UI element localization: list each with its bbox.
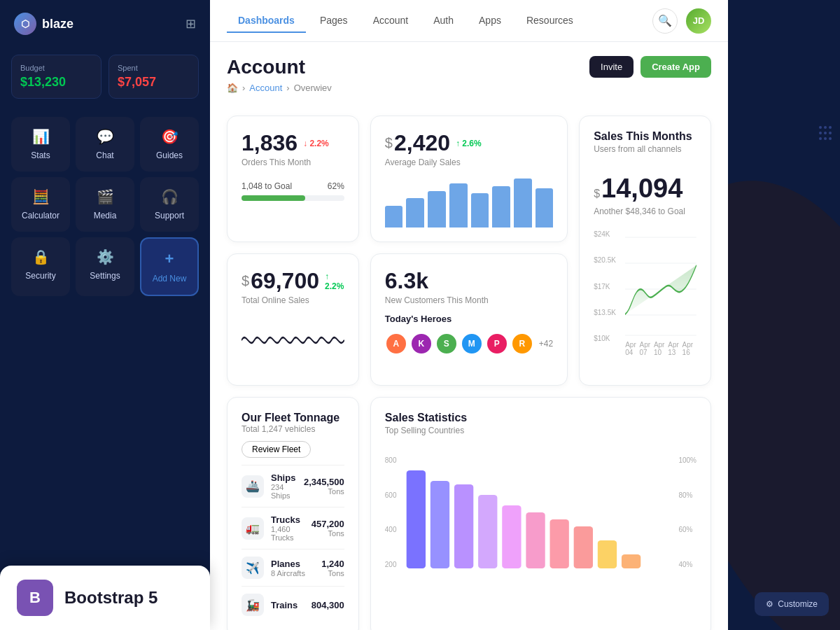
bootstrap-icon: B — [17, 580, 53, 616]
hero-avatar-5: P — [486, 332, 508, 355]
bar-3 — [428, 191, 446, 228]
nav-apps[interactable]: Apps — [468, 9, 512, 33]
trucks-info: Trucks 1,460 Trucks — [271, 514, 312, 542]
user-avatar[interactable]: JD — [686, 8, 711, 34]
trains-icon: 🚂 — [241, 594, 264, 616]
customize-button[interactable]: ⚙ Customize — [755, 592, 829, 616]
fleet-item-trucks: 🚛 Trucks 1,460 Trucks 457,200 Tons — [241, 507, 344, 549]
bar-1 — [385, 206, 403, 228]
orders-value: 1,836 — [241, 130, 298, 156]
chat-icon: 💬 — [97, 128, 114, 145]
daily-sales-value: 2,420 — [394, 130, 450, 156]
daily-sales-row: $ 2,420 ↑ 2.6% — [385, 130, 553, 156]
ships-value: 2,345,500 Tons — [304, 477, 344, 496]
breadcrumb-account[interactable]: Account — [249, 83, 282, 93]
planes-info: Planes 8 Aircrafts — [271, 559, 305, 578]
svg-rect-11 — [550, 519, 568, 568]
goal-label: 1,048 to Goal — [241, 181, 292, 191]
svg-rect-10 — [526, 512, 545, 568]
planes-value: 1,240 Tons — [321, 559, 344, 578]
panel-dots — [819, 126, 832, 140]
spent-label: Spent — [118, 64, 190, 72]
media-label: Media — [94, 211, 117, 220]
security-label: Security — [25, 271, 55, 281]
media-icon: 🎬 — [97, 188, 114, 205]
stats-svg — [402, 456, 673, 568]
chart-x-labels: Apr 04 Apr 07 Apr 10 Apr 13 Apr 16 — [625, 341, 696, 356]
sales-month-subtitle: Users from all channels — [594, 144, 696, 154]
header-row: Account 🏠 › Account › Overwiev Invite Cr… — [227, 56, 711, 104]
breadcrumb-current: Overwiev — [294, 83, 332, 93]
svg-rect-13 — [597, 540, 616, 568]
trucks-value: 457,200 Tons — [312, 519, 344, 538]
review-fleet-button[interactable]: Review Fleet — [241, 441, 311, 458]
daily-sales-label: Average Daily Sales — [385, 158, 553, 167]
nav-auth[interactable]: Auth — [422, 9, 465, 33]
top-nav-right: 🔍 JD — [652, 8, 711, 34]
nav-dashboards[interactable]: Dashboards — [227, 9, 306, 33]
online-sales-change: ↑ 2.2% — [325, 272, 344, 291]
fleet-item-ships: 🚢 Ships 234 Ships 2,345,500 Tons — [241, 465, 344, 507]
bar-2 — [406, 198, 424, 227]
progress-fill — [241, 195, 305, 201]
svg-rect-5 — [406, 470, 425, 568]
nav-resources[interactable]: Resources — [515, 9, 584, 33]
heroes-title: Today's Heroes — [385, 314, 553, 324]
customers-value: 6.3k — [385, 268, 553, 294]
orders-label: Orders This Month — [241, 158, 344, 167]
hero-count: +42 — [539, 339, 553, 349]
nav-grid: 📊 Stats 💬 Chat 🎯 Guides 🧮 Calculator 🎬 M… — [0, 111, 210, 302]
bar-7 — [514, 178, 532, 227]
sidebar-item-stats[interactable]: 📊 Stats — [11, 117, 70, 172]
sales-month-value: 14,094 — [601, 174, 682, 204]
sidebar-item-support[interactable]: 🎧 Support — [140, 177, 199, 232]
nav-pages[interactable]: Pages — [309, 9, 359, 33]
chart-area — [625, 230, 696, 342]
budget-card: Budget $13,230 — [11, 55, 102, 99]
hero-avatar-2: K — [410, 332, 433, 355]
nav-account[interactable]: Account — [362, 9, 420, 33]
budget-value: $13,230 — [20, 75, 92, 90]
budget-label: Budget — [20, 64, 92, 72]
orders-change: ↓ 2.2% — [303, 139, 329, 148]
orders-progress: 1,048 to Goal 62% — [241, 181, 344, 201]
create-app-button[interactable]: Create App — [640, 56, 711, 78]
menu-icon[interactable]: ⊞ — [186, 16, 196, 31]
trucks-icon: 🚛 — [241, 517, 264, 540]
sidebar-item-calculator[interactable]: 🧮 Calculator — [11, 177, 70, 232]
breadcrumb: 🏠 › Account › Overwiev — [227, 83, 332, 93]
orders-metric-row: 1,836 ↓ 2.2% — [241, 130, 344, 156]
sidebar-item-add-new[interactable]: + Add New — [140, 237, 199, 296]
sidebar-item-media[interactable]: 🎬 Media — [76, 177, 134, 232]
daily-sales-change: ↑ 2.6% — [456, 139, 482, 148]
sidebar-item-guides[interactable]: 🎯 Guides — [140, 117, 199, 172]
stats-bar-area — [402, 456, 673, 568]
hero-avatar-3: S — [435, 332, 458, 355]
search-button[interactable]: 🔍 — [652, 8, 678, 34]
settings-label: Settings — [90, 271, 120, 281]
invite-button[interactable]: Invite — [589, 56, 634, 78]
daily-sales-chart — [385, 178, 553, 227]
dark-blob — [728, 152, 840, 630]
guides-icon: 🎯 — [161, 128, 178, 145]
fleet-item-planes: ✈️ Planes 8 Aircrafts 1,240 Tons — [241, 549, 344, 586]
ships-info: Ships 234 Ships — [271, 472, 304, 500]
settings-icon: ⚙️ — [97, 248, 114, 265]
calculator-label: Calculator — [22, 211, 59, 220]
spent-card: Spent $7,057 — [108, 55, 199, 99]
bootstrap-label: Bootstrap 5 — [64, 588, 158, 608]
add-new-label: Add New — [153, 274, 187, 284]
svg-rect-9 — [502, 505, 521, 568]
wave-chart — [241, 312, 344, 368]
online-sales-label: Total Online Sales — [241, 295, 344, 305]
sidebar-item-chat[interactable]: 💬 Chat — [76, 117, 134, 172]
fleet-subtitle: Total 1,247 vehicles — [241, 424, 344, 434]
trains-info: Trains — [271, 600, 298, 610]
sidebar-item-settings[interactable]: ⚙️ Settings — [76, 237, 134, 296]
sales-stats-card: Sales Statistics Top Selling Countries 8… — [370, 397, 711, 630]
sales-month-chart: $24K $20.5K $17K $13.5K $10K — [594, 230, 696, 356]
hero-avatar-1: A — [385, 332, 407, 355]
ships-icon: 🚢 — [241, 475, 264, 498]
online-sales-row: $ 69,700 ↑ 2.2% — [241, 268, 344, 294]
sidebar-item-security[interactable]: 🔒 Security — [11, 237, 70, 296]
